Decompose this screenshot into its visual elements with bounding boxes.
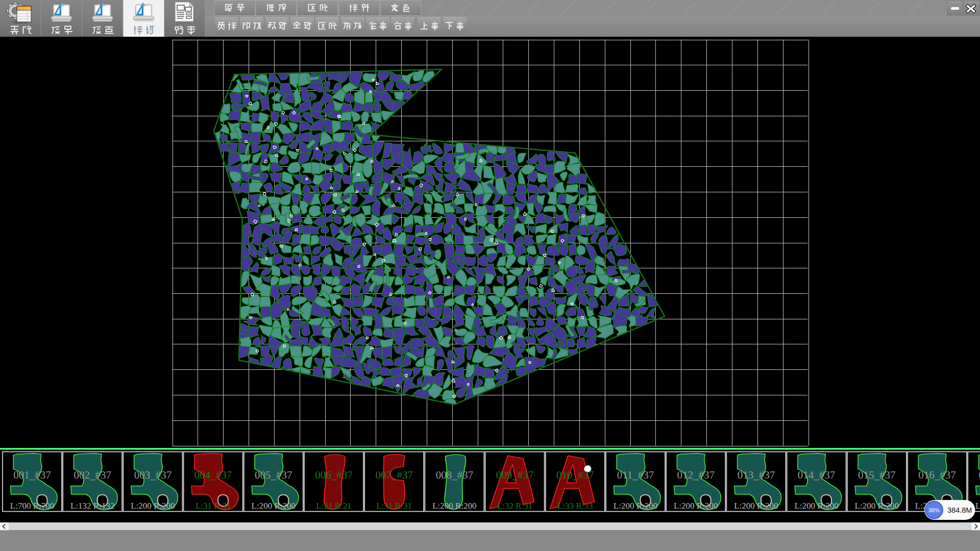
svg-text:014_#37: 014_#37	[798, 469, 836, 481]
svg-text:L:200 R:200: L:200 R:200	[131, 501, 175, 511]
svg-text:007_#37: 007_#37	[375, 469, 413, 481]
svg-text:002_#37: 002_#37	[74, 469, 111, 481]
svg-text:L:200 R:200: L:200 R:200	[674, 501, 718, 511]
svg-text:L:33 R:33: L:33 R:33	[557, 501, 593, 511]
svg-text:006_#37: 006_#37	[315, 469, 353, 481]
svg-text:016_#37: 016_#37	[918, 469, 956, 481]
svg-text:001_#37: 001_#37	[13, 469, 51, 481]
svg-text:L:31 R:31: L:31 R:31	[195, 501, 231, 511]
svg-text:015_#37: 015_#37	[858, 469, 896, 481]
svg-text:L:200 R:200: L:200 R:200	[734, 501, 778, 511]
svg-text:L:700 R:700: L:700 R:700	[10, 501, 54, 511]
svg-text:L:200 R:200: L:200 R:200	[614, 501, 657, 511]
svg-text:L:32 R:31: L:32 R:31	[497, 501, 532, 511]
svg-text:L:132 R:132: L:132 R:132	[70, 501, 114, 511]
svg-text:011_#37: 011_#37	[617, 469, 654, 481]
svg-text:003_#37: 003_#37	[134, 469, 172, 481]
svg-text:384.8M: 384.8M	[947, 506, 972, 514]
svg-text:013_#37: 013_#37	[738, 469, 775, 481]
svg-text:L:200 R:200: L:200 R:200	[432, 501, 476, 511]
svg-text:L:200 R:200: L:200 R:200	[975, 501, 980, 511]
svg-text:38%: 38%	[928, 507, 940, 513]
svg-text:005_#37: 005_#37	[255, 469, 292, 481]
svg-text:004_#37: 004_#37	[194, 469, 232, 481]
svg-text:L:21 R:21: L:21 R:21	[316, 501, 351, 511]
svg-text:010_#37: 010_#37	[556, 469, 594, 481]
svg-text:L:200 R:200: L:200 R:200	[794, 501, 838, 511]
svg-text:L:200 R:200: L:200 R:200	[855, 501, 899, 511]
svg-text:008_#37: 008_#37	[436, 469, 474, 481]
svg-text:012_#37: 012_#37	[677, 469, 715, 481]
svg-text:L:31 R:31: L:31 R:31	[376, 501, 411, 511]
svg-text:L:200 R:200: L:200 R:200	[252, 501, 296, 511]
svg-text:009_#37: 009_#37	[496, 469, 534, 481]
